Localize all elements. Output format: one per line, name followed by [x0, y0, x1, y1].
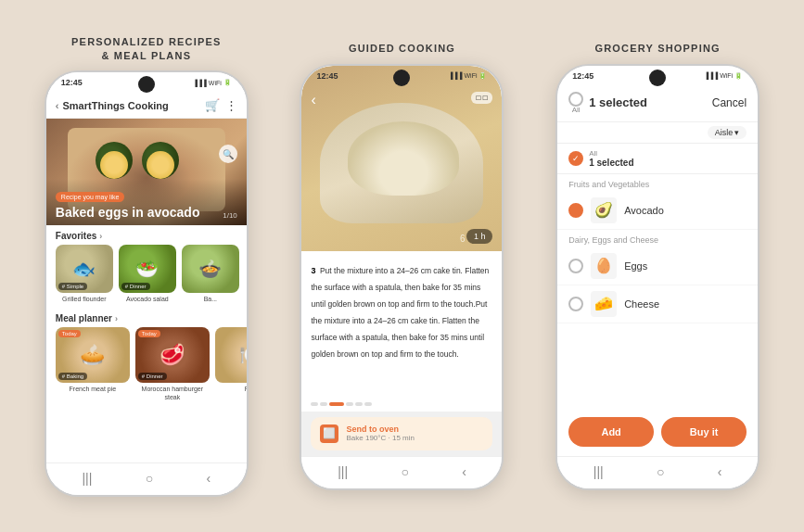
phone1-status-icons: ▐▐▐WiFi🔋: [193, 79, 232, 86]
phone1-back-icon[interactable]: ‹: [56, 100, 59, 111]
phone1-header-title: SmartThings Cooking: [63, 100, 169, 111]
nav2-back-icon[interactable]: ○: [401, 464, 408, 479]
nav3-recent-icon[interactable]: ‹: [718, 464, 722, 479]
food-card-1[interactable]: 🥗 # Dinner Avocado salad: [119, 245, 176, 302]
send-to-oven[interactable]: ⬜ Send to oven Bake 190°C · 15 min: [311, 417, 492, 450]
grocery-item-avocado[interactable]: 🥑 Avocado: [557, 192, 758, 230]
food-card-tag-1: # Dinner: [121, 283, 150, 290]
selected-row-text: 1 selected: [589, 158, 633, 168]
grocery-item-eggs[interactable]: 🥚 Eggs: [557, 247, 758, 285]
hero-badge: Recipe you may like: [56, 192, 125, 202]
column-title-guided: GUIDED COOKING: [349, 42, 455, 56]
phone1-bottom-nav: ||| ○ ‹: [46, 462, 247, 495]
meal-tag-0: # Baking: [58, 373, 87, 380]
cart-icon[interactable]: 🛒: [205, 98, 220, 112]
hero-overlay: Recipe you may like Baked eggs in avocad…: [46, 179, 247, 225]
progress-dot-1: [311, 402, 318, 406]
progress-dot-5: [355, 402, 363, 406]
cheese-img: 🧀: [591, 291, 617, 317]
nav3-back-icon[interactable]: ○: [657, 464, 664, 479]
eggs-checkbox[interactable]: [568, 259, 583, 273]
avocado-name: Avocado: [624, 205, 747, 216]
timer-badge: 1 h: [466, 229, 493, 244]
phone-grocery: 12:45 ▐▐▐WiFi🔋 All 1 selected Cancel: [555, 64, 759, 490]
today-badge-1: Today: [138, 330, 160, 337]
meal-planner-section-label[interactable]: Meal planner ›: [46, 308, 247, 327]
meal-card-name-2: Fre...: [215, 386, 247, 393]
selected-count-header: 1 selected: [589, 95, 647, 109]
aisle-button[interactable]: Aisle ▾: [708, 126, 747, 139]
selected-all-check[interactable]: ✓: [568, 151, 583, 166]
meal-card-img-0: Today # Baking 🥧: [56, 327, 130, 383]
step-number: 3: [311, 266, 315, 275]
meal-card-0[interactable]: Today # Baking 🥧 French meat pie: [56, 327, 130, 401]
cancel-button[interactable]: Cancel: [712, 96, 747, 109]
all-sub-label: All: [589, 149, 633, 158]
oven-sub: Bake 190°C · 15 min: [346, 434, 414, 442]
phone2-hero: ‹ □ □ 1 h 6: [301, 66, 502, 251]
phone2-back-icon[interactable]: ‹: [311, 92, 315, 108]
nav-home-icon[interactable]: |||: [82, 471, 92, 486]
food-card-0[interactable]: 🐟 # Simple Grilled flounder: [56, 245, 113, 302]
nav-recent-icon[interactable]: ‹: [207, 471, 211, 486]
phone3-notch: [649, 70, 666, 86]
meal-card-img-2: 🍽️: [215, 327, 247, 383]
all-circle-checkbox[interactable]: [568, 92, 583, 107]
grocery-actions: Add Buy it: [557, 408, 758, 456]
column-guided: GUIDED COOKING 12:45 ▐▐▐WiFi🔋 ‹ □ □ 1 h: [281, 42, 522, 489]
phone1-notch: [138, 76, 155, 93]
progress-bar: [301, 397, 502, 412]
nav2-home-icon[interactable]: |||: [338, 464, 348, 479]
meal-card-name-0: French meat pie: [56, 386, 130, 393]
phone3-bottom-nav: ||| ○ ‹: [557, 456, 758, 488]
meal-card-2[interactable]: 🍽️ Fre...: [215, 327, 247, 401]
add-button[interactable]: Add: [568, 417, 654, 447]
hero-title: Baked eggs in avocado: [56, 205, 237, 220]
grocery-header-left: All 1 selected: [568, 92, 647, 114]
phone1-header-actions: 🛒 ⋮: [205, 98, 237, 112]
step-text: Put the mixture into a 24–26 cm cake tin…: [311, 266, 489, 359]
hero-search-btn[interactable]: 🔍: [219, 145, 237, 163]
meal-tag-1: # Dinner: [138, 373, 167, 380]
selected-all-row: ✓ All 1 selected: [557, 144, 758, 174]
food-card-img-2: 🍲: [182, 245, 239, 293]
meal-grid: Today # Baking 🥧 French meat pie Today #…: [46, 327, 247, 405]
food-grid: 🐟 # Simple Grilled flounder 🥗 # Dinner A…: [46, 245, 247, 308]
all-label: All: [568, 107, 583, 114]
meal-card-name-1: Moroccan hamburger steak: [135, 386, 210, 401]
food-card-name-2: Ba...: [182, 296, 239, 302]
favorites-section-label[interactable]: Favorites ›: [46, 225, 247, 245]
today-badge-0: Today: [58, 330, 81, 337]
food-card-img-1: 🥗 # Dinner: [119, 245, 176, 293]
food-card-2[interactable]: 🍲 Ba...: [182, 245, 239, 302]
food-card-tag-0: # Simple: [58, 283, 87, 290]
food-card-img-0: 🐟 # Simple: [56, 245, 113, 293]
phone2-status-bar: 12:45 ▐▐▐WiFi🔋: [301, 66, 502, 82]
avocado-checkbox[interactable]: [568, 203, 583, 218]
more-icon[interactable]: ⋮: [225, 98, 237, 112]
aisle-chevron-icon: ▾: [734, 128, 739, 137]
category-label-2: Dairy, Eggs and Cheese: [557, 230, 758, 247]
column-grocery: GROCERY SHOPPING 12:45 ▐▐▐WiFi🔋 All: [537, 42, 778, 489]
column-title-personalized: PERSONALIZED RECIPES & MEAL PLANS: [71, 35, 222, 64]
nav2-recent-icon[interactable]: ‹: [462, 464, 466, 479]
progress-dot-6: [364, 402, 372, 406]
avocado-img: 🥑: [591, 197, 617, 223]
phone3-status-icons: ▐▐▐WiFi🔋: [704, 72, 743, 80]
all-checkbox-container: All: [568, 92, 583, 114]
phone2-bottom-nav: ||| ○ ‹: [301, 456, 502, 488]
aisle-filter: Aisle ▾: [557, 122, 758, 144]
nav3-home-icon[interactable]: |||: [593, 464, 604, 479]
meal-card-1[interactable]: Today # Dinner 🥩 Moroccan hamburger stea…: [135, 327, 210, 401]
favorites-arrow: ›: [99, 232, 102, 241]
grocery-item-cheese[interactable]: 🧀 Cheese: [557, 285, 758, 323]
selected-all-label-container: All 1 selected: [589, 149, 633, 168]
food-card-name-1: Avocado salad: [119, 296, 176, 302]
progress-dot-2: [320, 402, 327, 406]
cheese-checkbox[interactable]: [568, 297, 583, 311]
meal-card-img-1: Today # Dinner 🥩: [135, 327, 210, 383]
buy-button[interactable]: Buy it: [661, 417, 747, 447]
nav-back-icon[interactable]: ○: [146, 471, 153, 486]
phone2-time: 12:45: [316, 71, 338, 81]
step-indicator: 6: [460, 234, 466, 244]
